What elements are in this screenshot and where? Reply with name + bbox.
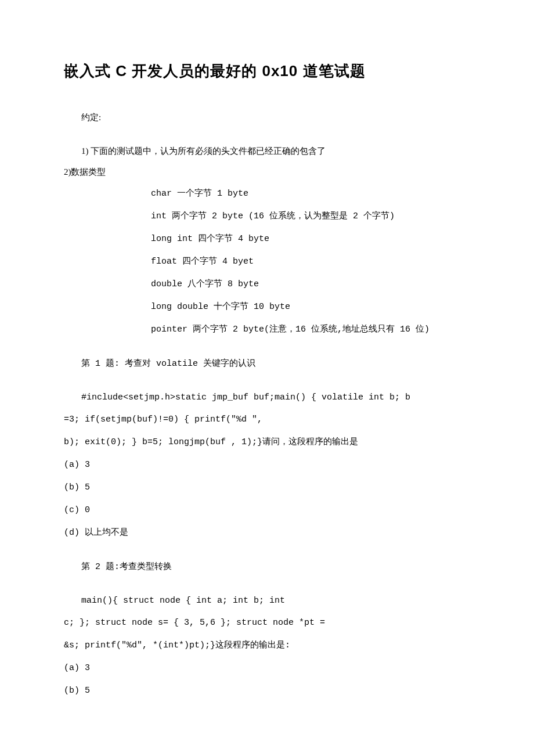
type-longdouble: long double 十个字节 10 byte bbox=[151, 296, 470, 318]
q1-title: 第 1 题: 考查对 volatile 关键字的认识 bbox=[64, 354, 470, 375]
q2-title: 第 2 题:考查类型转换 bbox=[64, 557, 470, 578]
q2-code-3: &s; printf("%d", *(int*)pt);}这段程序的输出是: bbox=[64, 634, 470, 657]
q1-option-c: (c) 0 bbox=[64, 499, 470, 521]
q2-code-1: main(){ struct node { int a; int b; int bbox=[64, 591, 470, 611]
q1-option-d: (d) 以上均不是 bbox=[64, 521, 470, 544]
q1-code-2: =3; if(setjmp(buf)!=0) { printf("%d ", bbox=[64, 408, 470, 431]
type-char: char 一个字节 1 byte bbox=[151, 182, 470, 205]
q1-code-1: #include<setjmp.h>static jmp_buf buf;mai… bbox=[64, 387, 470, 408]
type-float: float 四个字节 4 byet bbox=[151, 250, 470, 273]
assumption-2: 2)数据类型 bbox=[64, 161, 470, 182]
q2-option-a: (a) 3 bbox=[64, 657, 470, 679]
q1-code-3: b); exit(0); } b=5; longjmp(buf , 1);}请问… bbox=[64, 431, 470, 453]
page-title: 嵌入式 C 开发人员的最好的 0x10 道笔试题 bbox=[64, 61, 470, 81]
type-pointer: pointer 两个字节 2 byte(注意，16 位系统,地址总线只有 16 … bbox=[151, 318, 470, 341]
q2-code-2: c; }; struct node s= { 3, 5,6 }; struct … bbox=[64, 611, 470, 634]
q2-option-b: (b) 5 bbox=[64, 679, 470, 702]
type-longint: long int 四个字节 4 byte bbox=[151, 228, 470, 250]
intro-label: 约定: bbox=[64, 107, 470, 128]
type-double: double 八个字节 8 byte bbox=[151, 273, 470, 296]
q1-option-a: (a) 3 bbox=[64, 453, 470, 476]
q1-option-b: (b) 5 bbox=[64, 476, 470, 499]
assumption-1: 1) 下面的测试题中，认为所有必须的头文件都已经正确的包含了 bbox=[64, 141, 470, 161]
type-int: int 两个字节 2 byte (16 位系统，认为整型是 2 个字节) bbox=[151, 205, 470, 228]
